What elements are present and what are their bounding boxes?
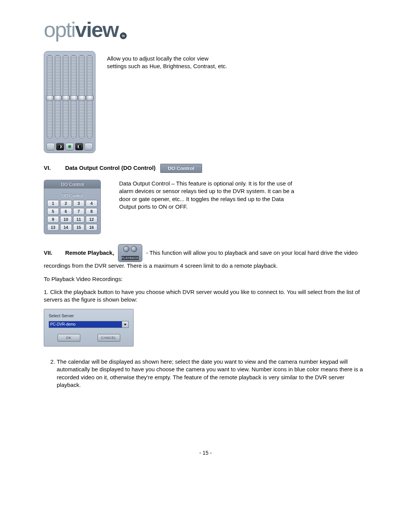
slider-thumb[interactable] [70,95,78,101]
do-key-1[interactable]: 1 [47,200,59,207]
do-key-7[interactable]: 7 [73,208,85,215]
server-dropdown[interactable]: PC-DVR-demo [49,321,129,328]
color-slider[interactable] [87,55,92,138]
cancel-button[interactable]: CANCEL [97,334,120,342]
chevron-down-icon[interactable] [122,321,128,328]
section6-numeral: VI. [44,165,64,171]
slider-thumb[interactable] [46,95,54,101]
playback-reels-icon [119,246,141,252]
dot-icon[interactable] [84,143,93,150]
slider-thumb[interactable] [54,95,62,101]
do-key-16[interactable]: 16 [86,224,97,231]
playback-button[interactable]: PLAYBACK [118,244,142,262]
do-key-13[interactable]: 13 [47,224,59,231]
section-heading-do-control: VI. Data Output Control (DO Control) DO … [44,164,367,173]
color-sliders-panel [44,51,96,153]
slider-thumb[interactable] [78,95,86,101]
logo: optiviewinc [44,19,367,40]
half-moon-icon[interactable] [75,143,83,150]
do-control-badge[interactable]: DO Control [160,164,202,173]
color-adjust-description: Allow you to adjust locally the color vi… [107,55,229,70]
color-slider[interactable] [63,55,68,138]
do-key-2[interactable]: 2 [60,200,72,207]
do-control-panel: DO Control DO Control 123456789101112131… [44,180,101,234]
color-slider[interactable] [47,55,53,138]
contrast-icon[interactable] [65,143,74,150]
section7-title: Remote Playback, [65,249,114,256]
select-server-title: Select Server [49,313,129,319]
do-key-6[interactable]: 6 [60,208,72,215]
slider-thumb[interactable] [86,95,94,101]
do-key-11[interactable]: 11 [73,216,85,223]
playback-step-2: The calendar will be displayed as shown … [57,358,367,389]
color-slider[interactable] [55,55,61,138]
playback-instructions-title: To Playback Video Recordings: [44,275,367,283]
do-panel-header: DO Control [44,180,100,189]
playback-button-label: PLAYBACK [121,256,139,260]
do-key-9[interactable]: 9 [47,216,59,223]
server-dropdown-value: PC-DVR-demo [49,321,122,328]
do-key-8[interactable]: 8 [86,208,97,215]
do-panel-subheader: DO Control [44,189,100,200]
do-key-4[interactable]: 4 [86,200,97,207]
section7-numeral: VII. [44,249,64,257]
logo-part2: view [75,18,118,42]
do-key-15[interactable]: 15 [73,224,85,231]
do-key-3[interactable]: 3 [73,200,85,207]
moon-icon[interactable] [56,143,64,150]
sun-icon[interactable] [46,143,55,150]
do-key-12[interactable]: 12 [86,216,97,223]
slider-thumb[interactable] [62,95,70,101]
color-slider[interactable] [71,55,76,138]
do-key-14[interactable]: 14 [60,224,72,231]
do-control-description: Data Output Control – This feature is op… [119,180,298,211]
page-number: - 15 - [44,450,367,456]
select-server-dialog: Select Server PC-DVR-demo OK CANCEL [44,309,134,347]
do-key-5[interactable]: 5 [47,208,59,215]
section6-title: Data Output Control (DO Control) [65,165,155,171]
logo-inc-badge: inc [120,32,127,39]
color-slider[interactable] [79,55,84,138]
section7-paragraph: VII. Remote Playback, PLAYBACK - This fu… [44,244,367,270]
logo-part1: opti [44,18,75,42]
playback-step-1: 1. Click the playback button to have you… [44,288,367,304]
do-key-10[interactable]: 10 [60,216,72,223]
ok-button[interactable]: OK [57,334,80,342]
